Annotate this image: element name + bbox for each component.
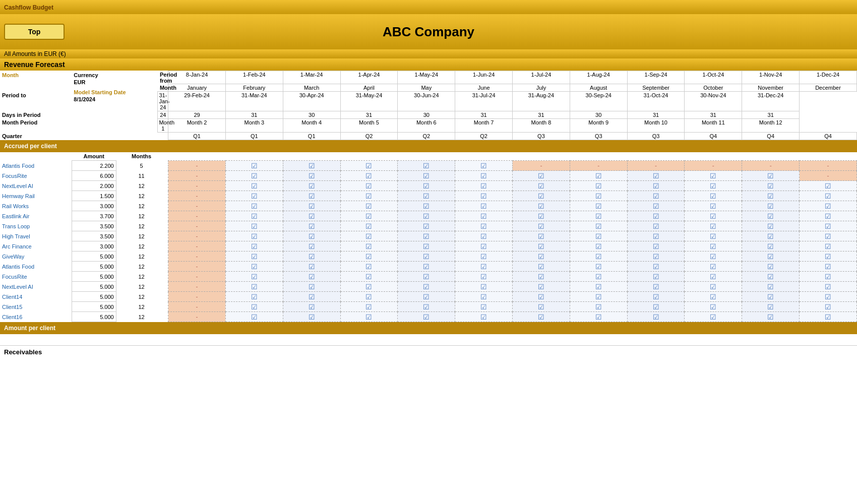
month-checkbox-cell[interactable]: ☑ bbox=[225, 191, 283, 201]
month-checkbox-cell[interactable]: ☑ bbox=[570, 191, 627, 201]
month-checkbox-cell[interactable]: ☑ bbox=[283, 211, 340, 221]
month-checkbox-cell[interactable]: ☑ bbox=[225, 211, 283, 221]
month-checkbox-cell[interactable]: ☑ bbox=[800, 211, 857, 221]
month-checkbox-cell[interactable]: ☑ bbox=[340, 292, 398, 302]
month-checkbox-cell[interactable]: ☑ bbox=[340, 272, 398, 282]
month-checkbox-cell[interactable]: - bbox=[800, 161, 857, 171]
month-checkbox-cell[interactable]: ☑ bbox=[513, 282, 570, 292]
month-checkbox-cell[interactable]: - bbox=[168, 231, 226, 241]
month-checkbox-cell[interactable]: ☑ bbox=[513, 231, 570, 241]
month-checkbox-cell[interactable]: ☑ bbox=[742, 231, 800, 241]
month-checkbox-cell[interactable]: ☑ bbox=[340, 282, 398, 292]
month-checkbox-cell[interactable]: ☑ bbox=[283, 292, 340, 302]
month-checkbox-cell[interactable]: ☑ bbox=[742, 191, 800, 201]
month-checkbox-cell[interactable]: ☑ bbox=[455, 201, 513, 211]
month-checkbox-cell[interactable]: ☑ bbox=[513, 221, 570, 231]
month-checkbox-cell[interactable]: ☑ bbox=[225, 272, 283, 282]
month-checkbox-cell[interactable]: ☑ bbox=[455, 251, 513, 262]
month-checkbox-cell[interactable]: ☑ bbox=[685, 171, 742, 181]
month-checkbox-cell[interactable]: ☑ bbox=[340, 171, 398, 181]
month-checkbox-cell[interactable]: - bbox=[570, 161, 627, 171]
month-checkbox-cell[interactable]: ☑ bbox=[800, 292, 857, 302]
month-checkbox-cell[interactable]: ☑ bbox=[627, 282, 685, 292]
month-checkbox-cell[interactable]: ☑ bbox=[455, 292, 513, 302]
month-checkbox-cell[interactable]: ☑ bbox=[340, 262, 398, 272]
month-checkbox-cell[interactable]: ☑ bbox=[455, 191, 513, 201]
month-checkbox-cell[interactable]: ☑ bbox=[627, 211, 685, 221]
month-checkbox-cell[interactable]: ☑ bbox=[570, 181, 627, 191]
month-checkbox-cell[interactable]: - bbox=[168, 241, 226, 251]
month-checkbox-cell[interactable]: ☑ bbox=[627, 251, 685, 262]
month-checkbox-cell[interactable]: ☑ bbox=[570, 171, 627, 181]
month-checkbox-cell[interactable]: ☑ bbox=[225, 302, 283, 312]
month-checkbox-cell[interactable]: ☑ bbox=[627, 302, 685, 312]
month-checkbox-cell[interactable]: ☑ bbox=[800, 302, 857, 312]
month-checkbox-cell[interactable]: ☑ bbox=[513, 272, 570, 282]
month-checkbox-cell[interactable]: ☑ bbox=[685, 302, 742, 312]
month-checkbox-cell[interactable]: ☑ bbox=[627, 221, 685, 231]
month-checkbox-cell[interactable]: - bbox=[168, 181, 226, 191]
month-checkbox-cell[interactable]: ☑ bbox=[398, 221, 455, 231]
month-checkbox-cell[interactable]: ☑ bbox=[340, 312, 398, 322]
month-checkbox-cell[interactable]: - bbox=[168, 251, 226, 262]
month-checkbox-cell[interactable]: ☑ bbox=[742, 251, 800, 262]
month-checkbox-cell[interactable]: ☑ bbox=[513, 292, 570, 302]
month-checkbox-cell[interactable]: ☑ bbox=[742, 211, 800, 221]
month-checkbox-cell[interactable]: - bbox=[168, 171, 226, 181]
month-checkbox-cell[interactable]: ☑ bbox=[570, 262, 627, 272]
month-checkbox-cell[interactable]: ☑ bbox=[283, 191, 340, 201]
month-checkbox-cell[interactable]: ☑ bbox=[742, 282, 800, 292]
month-checkbox-cell[interactable]: - bbox=[168, 302, 226, 312]
month-checkbox-cell[interactable]: ☑ bbox=[685, 231, 742, 241]
month-checkbox-cell[interactable]: ☑ bbox=[225, 231, 283, 241]
month-checkbox-cell[interactable]: ☑ bbox=[340, 191, 398, 201]
month-checkbox-cell[interactable]: - bbox=[800, 171, 857, 181]
month-checkbox-cell[interactable]: ☑ bbox=[742, 171, 800, 181]
month-checkbox-cell[interactable]: ☑ bbox=[455, 211, 513, 221]
month-checkbox-cell[interactable]: ☑ bbox=[627, 241, 685, 251]
month-checkbox-cell[interactable]: ☑ bbox=[742, 292, 800, 302]
month-checkbox-cell[interactable]: ☑ bbox=[800, 282, 857, 292]
month-checkbox-cell[interactable]: ☑ bbox=[398, 262, 455, 272]
month-checkbox-cell[interactable]: - bbox=[168, 262, 226, 272]
month-checkbox-cell[interactable]: ☑ bbox=[513, 211, 570, 221]
month-checkbox-cell[interactable]: - bbox=[168, 201, 226, 211]
month-checkbox-cell[interactable]: ☑ bbox=[398, 241, 455, 251]
month-checkbox-cell[interactable]: ☑ bbox=[398, 181, 455, 191]
month-checkbox-cell[interactable]: ☑ bbox=[627, 231, 685, 241]
month-checkbox-cell[interactable]: ☑ bbox=[398, 302, 455, 312]
month-checkbox-cell[interactable]: ☑ bbox=[685, 262, 742, 272]
month-checkbox-cell[interactable]: ☑ bbox=[340, 251, 398, 262]
month-checkbox-cell[interactable]: ☑ bbox=[340, 221, 398, 231]
month-checkbox-cell[interactable]: - bbox=[168, 292, 226, 302]
month-checkbox-cell[interactable]: - bbox=[168, 161, 226, 171]
month-checkbox-cell[interactable]: ☑ bbox=[340, 161, 398, 171]
month-checkbox-cell[interactable]: ☑ bbox=[513, 262, 570, 272]
month-checkbox-cell[interactable]: ☑ bbox=[685, 312, 742, 322]
month-checkbox-cell[interactable]: ☑ bbox=[225, 312, 283, 322]
month-checkbox-cell[interactable]: ☑ bbox=[340, 211, 398, 221]
month-checkbox-cell[interactable]: - bbox=[627, 161, 685, 171]
month-checkbox-cell[interactable]: - bbox=[168, 282, 226, 292]
month-checkbox-cell[interactable]: ☑ bbox=[513, 171, 570, 181]
month-checkbox-cell[interactable]: ☑ bbox=[398, 272, 455, 282]
month-checkbox-cell[interactable]: ☑ bbox=[283, 272, 340, 282]
month-checkbox-cell[interactable]: ☑ bbox=[570, 302, 627, 312]
top-button[interactable]: Top bbox=[4, 24, 65, 40]
month-checkbox-cell[interactable]: ☑ bbox=[570, 292, 627, 302]
month-checkbox-cell[interactable]: ☑ bbox=[627, 262, 685, 272]
month-checkbox-cell[interactable]: ☑ bbox=[685, 221, 742, 231]
month-checkbox-cell[interactable]: ☑ bbox=[283, 302, 340, 312]
month-checkbox-cell[interactable]: ☑ bbox=[225, 171, 283, 181]
month-checkbox-cell[interactable]: ☑ bbox=[283, 201, 340, 211]
month-checkbox-cell[interactable]: - bbox=[685, 161, 742, 171]
month-checkbox-cell[interactable]: ☑ bbox=[225, 161, 283, 171]
month-checkbox-cell[interactable]: ☑ bbox=[225, 181, 283, 191]
month-checkbox-cell[interactable]: ☑ bbox=[225, 201, 283, 211]
month-checkbox-cell[interactable]: ☑ bbox=[513, 241, 570, 251]
month-checkbox-cell[interactable]: ☑ bbox=[570, 221, 627, 231]
month-checkbox-cell[interactable]: ☑ bbox=[398, 191, 455, 201]
month-checkbox-cell[interactable]: ☑ bbox=[742, 302, 800, 312]
month-checkbox-cell[interactable]: ☑ bbox=[455, 241, 513, 251]
month-checkbox-cell[interactable]: ☑ bbox=[685, 292, 742, 302]
